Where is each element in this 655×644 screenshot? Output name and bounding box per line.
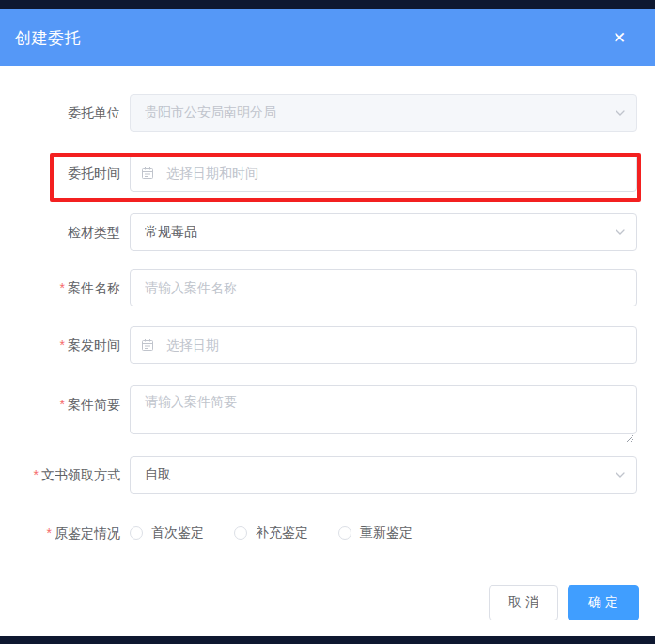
case-brief-field[interactable]: [130, 385, 637, 434]
page-backdrop: 创建委托 ✕ 委托单位 委托时间: [0, 0, 655, 644]
incident-time-picker[interactable]: [130, 326, 637, 364]
field-label: *案件简要: [0, 385, 120, 423]
field-label: *文书领取方式: [0, 456, 120, 494]
field-row-incident-time: *案发时间: [0, 326, 655, 364]
case-brief-textarea[interactable]: [130, 385, 637, 434]
required-mark: *: [60, 397, 65, 412]
cancel-button[interactable]: 取 消: [489, 585, 558, 620]
confirm-button[interactable]: 确 定: [568, 585, 639, 620]
radio-circle-icon: [338, 526, 351, 540]
incident-time-input[interactable]: [130, 326, 637, 364]
document-pickup-value[interactable]: [130, 456, 637, 494]
required-mark: *: [47, 526, 52, 541]
case-name-field[interactable]: [130, 269, 637, 306]
field-label: *案发时间: [0, 326, 120, 364]
field-label-text: 案件名称: [68, 280, 120, 295]
field-row-document-pickup: *文书领取方式: [0, 456, 655, 494]
field-label: *原鉴定情况: [0, 524, 120, 542]
sample-type-select[interactable]: [130, 213, 637, 251]
sample-type-value[interactable]: [130, 213, 637, 251]
field-label-text: 案件简要: [68, 397, 120, 412]
commission-time-input[interactable]: [130, 154, 637, 192]
required-mark: *: [60, 280, 65, 295]
radio-circle-icon: [130, 526, 143, 540]
radio-label: 首次鉴定: [151, 525, 204, 542]
close-icon[interactable]: ✕: [608, 26, 631, 49]
field-label-text: 原鉴定情况: [55, 526, 120, 541]
field-row-original-appraisal: *原鉴定情况 首次鉴定 补充鉴定 重新鉴定: [0, 524, 655, 542]
radio-label: 重新鉴定: [360, 525, 413, 542]
field-label-text: 委托时间: [68, 165, 120, 181]
radio-supplementary-appraisal[interactable]: 补充鉴定: [234, 525, 308, 542]
field-label-text: 文书领取方式: [41, 467, 120, 482]
resize-handle-icon[interactable]: [626, 434, 634, 443]
document-pickup-select[interactable]: [130, 456, 637, 494]
field-label-text: 检材类型: [68, 225, 120, 240]
radio-circle-icon: [234, 526, 247, 540]
radio-re-appraisal[interactable]: 重新鉴定: [338, 525, 413, 542]
field-label: 委托单位: [0, 94, 120, 132]
commission-time-picker[interactable]: [130, 154, 637, 192]
field-row-case-brief: *案件简要: [0, 385, 655, 434]
field-row-case-name: *案件名称: [0, 269, 655, 306]
field-label-text: 案发时间: [68, 338, 120, 353]
field-label-text: 委托单位: [68, 105, 120, 120]
field-row-commission-unit: 委托单位: [0, 94, 655, 132]
dialog-footer: 取 消 确 定: [489, 585, 639, 620]
radio-label: 补充鉴定: [256, 525, 308, 542]
commission-unit-value: [130, 94, 637, 132]
commission-unit-select: [130, 94, 637, 132]
radio-first-appraisal[interactable]: 首次鉴定: [130, 525, 204, 542]
field-row-commission-time: 委托时间: [0, 154, 655, 192]
dialog-title: 创建委托: [15, 27, 81, 49]
field-label: 检材类型: [0, 213, 120, 251]
field-label: 委托时间: [0, 154, 120, 192]
required-mark: *: [60, 338, 65, 353]
dialog-header: 创建委托 ✕: [0, 9, 655, 66]
required-mark: *: [34, 467, 39, 482]
original-appraisal-radio-group: 首次鉴定 补充鉴定 重新鉴定: [130, 524, 413, 542]
case-name-input[interactable]: [130, 269, 637, 306]
create-commission-dialog: 创建委托 ✕ 委托单位 委托时间: [0, 9, 655, 636]
field-row-sample-type: 检材类型: [0, 213, 655, 251]
field-label: *案件名称: [0, 269, 120, 306]
